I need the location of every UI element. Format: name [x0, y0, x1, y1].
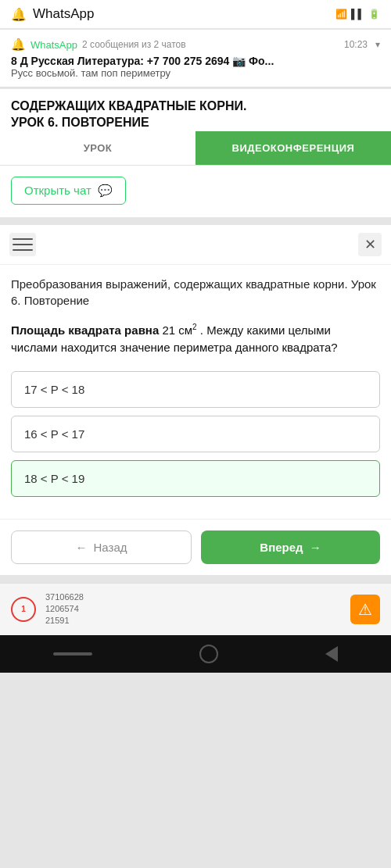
warning-icon: ⚠	[358, 600, 372, 619]
content-toolbar: ✕	[0, 225, 391, 265]
menu-line-1	[13, 238, 33, 240]
back-button[interactable]: ← Назад	[11, 530, 192, 564]
question-bold: Площадь квадрата равна	[11, 323, 159, 337]
lesson-title: СОДЕРЖАЩИХ КВАДРАТНЫЕ КОРНИ.УРОК 6. ПОВТ…	[11, 98, 380, 131]
number-3: 21591	[45, 615, 84, 627]
menu-line-3	[13, 249, 33, 251]
chat-label: Открыть чат	[24, 184, 91, 197]
close-icon: ✕	[364, 236, 376, 253]
notification-top: 🔔 WhatsApp 2 сообщения из 2 чатов 10:23 …	[11, 38, 380, 52]
lesson-content: ✕ Преобразования выражений, содержащих к…	[0, 225, 391, 575]
bottom-info-bar: 1 37106628 1206574 21591 ⚠	[0, 583, 391, 635]
tabs-row: УРОК ВИДЕОКОНФЕРЕНЦИЯ	[0, 131, 391, 166]
bottom-divider	[0, 575, 391, 583]
forward-button[interactable]: Вперед →	[201, 530, 380, 564]
number-2: 1206574	[45, 603, 84, 615]
warning-button[interactable]: ⚠	[350, 595, 380, 624]
section-divider	[0, 217, 391, 225]
wifi-icon: 📶	[335, 9, 347, 20]
signal-icon: ▌▌	[351, 9, 364, 20]
nav-buttons: ← Назад Вперед →	[0, 519, 391, 575]
number-1: 37106628	[45, 591, 84, 603]
back-arrow: ←	[76, 541, 88, 554]
tab-videoconference[interactable]: ВИДЕОКОНФЕРЕНЦИЯ	[196, 131, 391, 165]
status-bar: 🔔 WhatsApp 📶 ▌▌ 🔋	[0, 0, 391, 28]
app-name: WhatsApp	[33, 6, 94, 22]
whatsapp-icon: 🔔	[11, 7, 27, 22]
chevron-down-icon: ▾	[375, 39, 380, 50]
android-nav-bar	[0, 635, 391, 673]
close-button[interactable]: ✕	[358, 233, 382, 256]
android-recents-button[interactable]	[325, 646, 338, 662]
battery-icon: 🔋	[368, 9, 380, 20]
open-chat-button[interactable]: Открыть чат 💬	[11, 177, 126, 205]
question-text: Площадь квадрата равна 21 см2 . Между ка…	[11, 321, 380, 357]
chat-icon: 💬	[98, 184, 113, 198]
notif-app-name: WhatsApp	[30, 39, 77, 51]
lesson-header: СОДЕРЖАЩИХ КВАДРАТНЫЕ КОРНИ.УРОК 6. ПОВТ…	[0, 89, 391, 131]
answer-option-2[interactable]: 16 < P < 17	[11, 416, 380, 452]
tab-lesson[interactable]: УРОК	[0, 131, 196, 165]
android-back-button[interactable]	[53, 652, 92, 655]
question-value: 21 см2	[162, 323, 196, 337]
status-bar-right: 📶 ▌▌ 🔋	[335, 9, 380, 20]
lesson-subtitle: Преобразования выражений, содержащих ква…	[0, 265, 391, 313]
notification-card[interactable]: 🔔 WhatsApp 2 сообщения из 2 чатов 10:23 …	[0, 30, 391, 88]
notif-time: 10:23	[344, 39, 368, 50]
answer-option-3[interactable]: 18 < P < 19	[11, 460, 380, 497]
menu-button[interactable]	[9, 233, 36, 256]
menu-line-2	[13, 244, 33, 245]
forward-label: Вперед	[260, 541, 303, 554]
status-bar-left: 🔔 WhatsApp	[11, 6, 94, 22]
notif-title: 8 Д Русская Литература: +7 700 275 2694 …	[11, 55, 380, 67]
android-home-button[interactable]	[199, 645, 218, 663]
circle-label: 1	[21, 605, 26, 613]
notif-body: Русс восьмой. там поп периметру	[11, 67, 380, 79]
answer-option-1[interactable]: 17 < P < 18	[11, 371, 380, 408]
open-chat-section: Открыть чат 💬	[0, 166, 391, 217]
bottom-numbers: 37106628 1206574 21591	[45, 591, 84, 627]
progress-circle: 1	[11, 597, 36, 622]
forward-arrow: →	[310, 541, 321, 554]
notif-meta: 2 сообщения из 2 чатов	[82, 39, 339, 50]
back-label: Назад	[94, 541, 127, 554]
notif-app-icon: 🔔	[11, 38, 26, 52]
question-section: Площадь квадрата равна 21 см2 . Между ка…	[0, 313, 391, 516]
